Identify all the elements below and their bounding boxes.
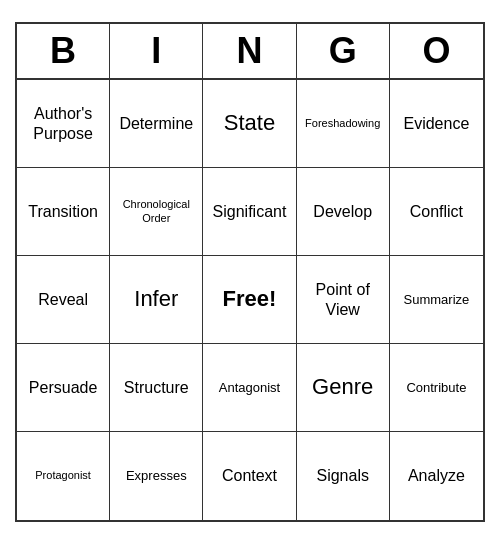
cell-text-18: Genre	[312, 374, 373, 400]
cell-text-21: Expresses	[126, 468, 187, 484]
bingo-cell-23: Signals	[297, 432, 390, 520]
cell-text-11: Infer	[134, 286, 178, 312]
bingo-cell-6: Chronological Order	[110, 168, 203, 256]
bingo-cell-7: Significant	[203, 168, 296, 256]
cell-text-13: Point of View	[301, 280, 385, 318]
bingo-letter-o: O	[390, 24, 483, 78]
bingo-cell-20: Protagonist	[17, 432, 110, 520]
bingo-cell-19: Contribute	[390, 344, 483, 432]
cell-text-8: Develop	[313, 202, 372, 221]
cell-text-20: Protagonist	[35, 469, 91, 482]
bingo-cell-14: Summarize	[390, 256, 483, 344]
cell-text-16: Structure	[124, 378, 189, 397]
bingo-cell-12: Free!	[203, 256, 296, 344]
bingo-cell-15: Persuade	[17, 344, 110, 432]
bingo-cell-5: Transition	[17, 168, 110, 256]
bingo-letter-b: B	[17, 24, 110, 78]
bingo-cell-3: Foreshadowing	[297, 80, 390, 168]
cell-text-1: Determine	[119, 114, 193, 133]
cell-text-14: Summarize	[404, 292, 470, 308]
cell-text-2: State	[224, 110, 275, 136]
cell-text-12: Free!	[223, 286, 277, 312]
cell-text-10: Reveal	[38, 290, 88, 309]
bingo-cell-24: Analyze	[390, 432, 483, 520]
bingo-letter-i: I	[110, 24, 203, 78]
cell-text-24: Analyze	[408, 466, 465, 485]
bingo-cell-17: Antagonist	[203, 344, 296, 432]
bingo-cell-16: Structure	[110, 344, 203, 432]
cell-text-5: Transition	[28, 202, 98, 221]
bingo-cell-13: Point of View	[297, 256, 390, 344]
bingo-cell-9: Conflict	[390, 168, 483, 256]
bingo-letter-g: G	[297, 24, 390, 78]
bingo-cell-4: Evidence	[390, 80, 483, 168]
cell-text-3: Foreshadowing	[305, 117, 380, 130]
cell-text-7: Significant	[213, 202, 287, 221]
cell-text-0: Author's Purpose	[21, 104, 105, 142]
bingo-cell-22: Context	[203, 432, 296, 520]
cell-text-17: Antagonist	[219, 380, 280, 396]
bingo-cell-18: Genre	[297, 344, 390, 432]
bingo-cell-2: State	[203, 80, 296, 168]
cell-text-6: Chronological Order	[114, 198, 198, 224]
bingo-letter-n: N	[203, 24, 296, 78]
bingo-cell-1: Determine	[110, 80, 203, 168]
bingo-cell-10: Reveal	[17, 256, 110, 344]
cell-text-19: Contribute	[406, 380, 466, 396]
cell-text-15: Persuade	[29, 378, 98, 397]
cell-text-22: Context	[222, 466, 277, 485]
bingo-cell-21: Expresses	[110, 432, 203, 520]
bingo-header: BINGO	[17, 24, 483, 80]
bingo-cell-8: Develop	[297, 168, 390, 256]
bingo-grid: Author's PurposeDetermineStateForeshadow…	[17, 80, 483, 520]
cell-text-9: Conflict	[410, 202, 463, 221]
cell-text-4: Evidence	[403, 114, 469, 133]
bingo-card: BINGO Author's PurposeDetermineStateFore…	[15, 22, 485, 522]
cell-text-23: Signals	[316, 466, 368, 485]
bingo-cell-0: Author's Purpose	[17, 80, 110, 168]
bingo-cell-11: Infer	[110, 256, 203, 344]
